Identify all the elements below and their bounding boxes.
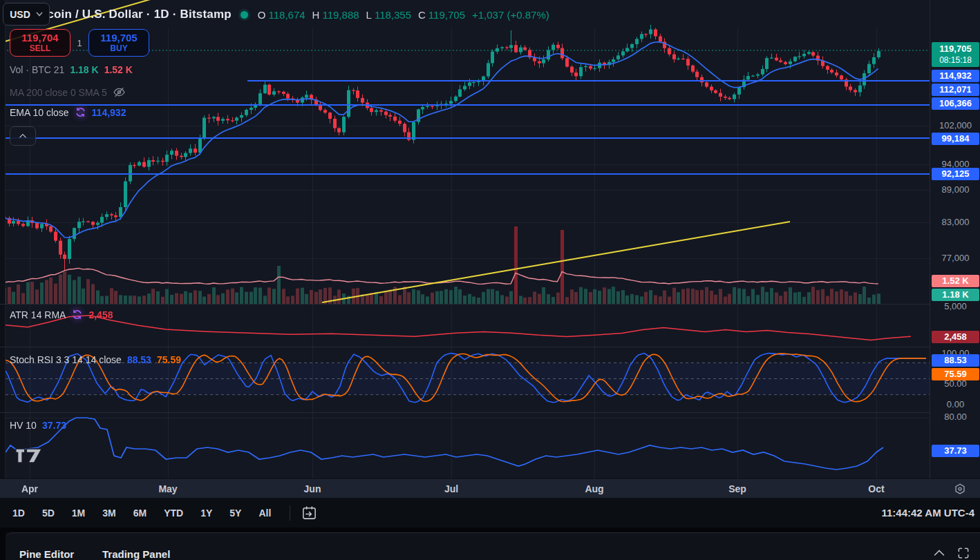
time-axis-month-may[interactable]: May xyxy=(158,483,177,494)
scale-settings-icon[interactable] xyxy=(952,482,968,497)
hv-label: HV 10 xyxy=(10,420,37,431)
range-button-all[interactable]: All xyxy=(258,508,271,519)
bottom-toolbar: 1D5D1M3M6MYTD1Y5YAll 11:44:42 AM UTC-4 xyxy=(0,498,980,528)
close-label: C xyxy=(418,9,426,21)
range-button-6m[interactable]: 6M xyxy=(133,508,147,519)
buy-label: BUY xyxy=(110,44,127,53)
time-axis-month-jun[interactable]: Jun xyxy=(304,483,321,494)
volume-ma-value: 1.52 K xyxy=(104,64,133,75)
loading-refresh-icon xyxy=(71,309,83,320)
price-scale-tick: 102,000 xyxy=(932,119,979,132)
range-button-5y[interactable]: 5Y xyxy=(229,508,241,519)
eye-off-icon[interactable] xyxy=(113,86,126,99)
pane-separator[interactable] xyxy=(0,304,980,305)
price-scale-label: 75.59 xyxy=(932,368,979,380)
bar-countdown: 08:15:18 xyxy=(932,55,979,66)
time-axis-month-oct[interactable]: Oct xyxy=(868,483,884,494)
price-scale-label: 114,932 xyxy=(932,70,979,82)
symbol-title[interactable]: Bitcoin / U.S. Dollar · 1D · Bitstamp xyxy=(31,8,232,21)
change-value: +1,037 (+0.87%) xyxy=(472,9,549,21)
range-buttons: 1D5D1M3M6MYTD1Y5YAll xyxy=(12,508,288,519)
price-scale-label: 1.18 K xyxy=(932,289,979,301)
buy-button[interactable]: 119,705 BUY xyxy=(88,29,149,57)
time-axis[interactable]: AprMayJunJulAugSepOct xyxy=(0,479,980,499)
volume-legend[interactable]: Vol · BTC 21 1.18 K 1.52 K xyxy=(10,64,133,75)
price-scale-label: 92,125 xyxy=(932,168,979,180)
price-scale-label: 37.73 xyxy=(932,445,979,457)
toolbar-divider xyxy=(290,505,290,521)
ema-legend[interactable]: EMA 10 close 114,932 xyxy=(10,106,126,118)
price-scale-label: 99,184 xyxy=(932,133,979,145)
range-button-ytd[interactable]: YTD xyxy=(164,508,183,519)
current-price-label: 119,705 08:15:18 xyxy=(932,42,979,67)
atr-legend[interactable]: ATR 14 RMA 2,458 xyxy=(10,309,113,320)
volume-value: 1.18 K xyxy=(70,64,98,75)
price-scale-tick: 5,000 xyxy=(932,300,979,313)
range-button-5d[interactable]: 5D xyxy=(42,508,55,519)
open-label: O xyxy=(258,9,266,21)
price-scale-label: 88.53 xyxy=(932,354,979,367)
time-axis-month-aug[interactable]: Aug xyxy=(585,483,603,494)
atr-value: 2,458 xyxy=(88,309,113,320)
go-to-date-calendar-icon[interactable] xyxy=(301,505,317,521)
price-scale-label: 106,366 xyxy=(932,97,979,110)
low-label: L xyxy=(366,9,372,21)
hv-value: 37.73 xyxy=(42,420,66,431)
current-price: 119,705 xyxy=(932,42,979,55)
chevron-down-icon xyxy=(36,12,43,17)
market-status-icon[interactable] xyxy=(241,11,248,19)
close-value: 119,705 xyxy=(428,9,465,21)
collapse-legend-button[interactable] xyxy=(10,126,36,146)
ohlc-values: O118,674 H119,888 L118,355 C119,705 +1,0… xyxy=(258,9,549,21)
symbol-header: ₿ Bitcoin / U.S. Dollar · 1D · Bitstamp … xyxy=(10,6,549,23)
stoch-d-value: 75.59 xyxy=(157,354,181,365)
volume-label: Vol · BTC 21 xyxy=(10,64,64,75)
ema-value: 114,932 xyxy=(92,107,126,118)
stoch-k-value: 88.53 xyxy=(127,354,151,365)
atr-label: ATR 14 RMA xyxy=(10,309,66,320)
high-label: H xyxy=(312,9,320,21)
expand-panel-chevron-icon[interactable] xyxy=(932,545,947,560)
high-value: 119,888 xyxy=(322,9,359,21)
ema-label: EMA 10 close xyxy=(10,107,69,118)
price-scale-tick: 80.00 xyxy=(932,411,979,423)
time-axis-month-apr[interactable]: Apr xyxy=(21,483,38,494)
drawing-toolbar-collapsed[interactable] xyxy=(0,0,6,479)
range-button-1y[interactable]: 1Y xyxy=(200,508,212,519)
open-value: 118,674 xyxy=(269,9,305,21)
price-scale-label: 2,458 xyxy=(932,331,979,343)
stoch-rsi-legend[interactable]: Stoch RSI 3 3 14 14 close 88.53 75.59 xyxy=(10,354,181,365)
ma-legend[interactable]: MA 200 close 0 SMA 5 xyxy=(10,86,126,99)
bottom-panel: Pine Editor Trading Panel xyxy=(6,532,980,560)
currency-label: USD xyxy=(10,9,30,20)
price-scale-tick: 0.00 xyxy=(932,398,979,411)
tab-trading-panel[interactable]: Trading Panel xyxy=(102,548,170,560)
pane-separator[interactable] xyxy=(0,412,980,413)
price-scale[interactable]: 119,705 08:15:18 114,932112,071106,36610… xyxy=(930,0,980,479)
hv-legend[interactable]: HV 10 37.73 xyxy=(10,420,66,431)
range-button-1m[interactable]: 1M xyxy=(72,508,85,519)
sell-button[interactable]: 119,704 SELL xyxy=(10,29,70,57)
range-button-1d[interactable]: 1D xyxy=(12,508,25,519)
time-axis-month-sep[interactable]: Sep xyxy=(728,483,746,494)
ma-label: MA 200 close 0 SMA 5 xyxy=(10,87,107,98)
main-chart-canvas[interactable] xyxy=(0,0,930,479)
price-scale-label: 112,071 xyxy=(932,84,979,96)
loading-refresh-icon xyxy=(75,106,86,118)
stoch-label: Stoch RSI 3 3 14 14 close xyxy=(10,354,122,365)
toolbar-gap xyxy=(0,528,980,532)
tradingview-chart-app: ₿ Bitcoin / U.S. Dollar · 1D · Bitstamp … xyxy=(0,0,980,560)
price-scale-tick: 89,000 xyxy=(932,184,979,196)
tab-pine-editor[interactable]: Pine Editor xyxy=(19,548,74,560)
sell-price: 119,704 xyxy=(21,32,58,44)
session-clock[interactable]: 11:44:42 AM UTC-4 xyxy=(882,507,975,519)
buy-price: 119,705 xyxy=(100,32,137,44)
chevron-up-icon xyxy=(18,131,28,141)
trade-buttons: 119,704 SELL 1 119,705 BUY xyxy=(10,29,149,57)
pane-separator[interactable] xyxy=(0,347,980,347)
price-scale-tick: 83,000 xyxy=(932,216,979,229)
currency-selector-button[interactable]: USD xyxy=(3,3,50,26)
fullscreen-icon[interactable] xyxy=(957,546,970,560)
range-button-3m[interactable]: 3M xyxy=(102,508,115,519)
time-axis-month-jul[interactable]: Jul xyxy=(444,483,458,494)
